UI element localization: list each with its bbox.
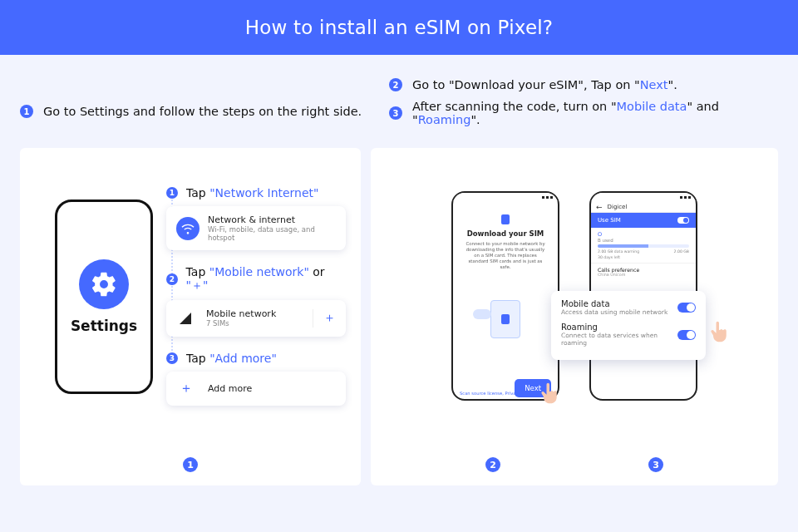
use-sim-toggle[interactable] [677,217,689,224]
substep-badge-2: 2 [166,273,178,285]
panel-number-2: 2 [485,457,500,472]
card-title: Mobile network [206,308,276,319]
step-badge-2: 2 [389,78,402,91]
panel-number-3: 3 [648,457,663,472]
gear-icon [79,259,129,309]
instruction-2: 2 Go to "Download your eSIM", Tap on "Ne… [389,78,778,91]
highlight-mobile-data: Mobile data [617,100,687,113]
add-more-card[interactable]: ＋ Add more [166,372,346,406]
instruction-1: 1 Go to Settings and follow the steps on… [20,105,369,118]
panel-steps-2-3: Download your SIM Connect to your mobile… [371,148,778,485]
substep-1: 1 Tap "Network Internet" Network & inter… [166,186,346,250]
calls-preference-row[interactable]: Calls preference China Unicom [591,263,696,280]
substep-3-text: Tap "Add more" [186,352,277,365]
substep-badge-1: 1 [166,187,178,199]
card-sub: Wi-Fi, mobile, data usage, and hotspot [208,225,336,242]
download-sim-phone: Download your SIM Connect to your mobile… [451,191,559,401]
substep-2-text: Tap "Mobile network" or "＋" [186,265,346,293]
instruction-2-text: Go to "Download your eSIM", Tap on "Next… [412,78,677,91]
wifi-icon [176,217,200,240]
header: How to install an eSIM on Pixel? [0,0,798,55]
settings-label: Settings [71,318,137,334]
plus-icon: ＋ [180,380,193,397]
card-sub: 7 SIMs [206,319,276,328]
roaming-row[interactable]: Roaming Connect to data services when ro… [561,323,696,347]
sim-icon [501,214,510,224]
sim-chip-icon [501,314,510,324]
data-used-sub: B used [591,238,696,244]
card-title: Network & internet [208,214,336,225]
step-badge-1: 1 [20,105,33,118]
add-network-plus-icon[interactable]: ＋ [313,309,336,328]
signal-icon [176,309,195,328]
cloud-icon [473,309,491,319]
panel-number-1: 1 [183,457,198,472]
back-arrow-icon[interactable]: ← [596,203,603,211]
mobile-data-popover: Mobile data Access data using mobile net… [551,291,706,360]
usage-bar: 2.00 GB data warning2.00 GB 30 days left [591,244,696,263]
mobile-network-card[interactable]: Mobile network 7 SIMs ＋ [166,300,346,336]
use-sim-row[interactable]: Use SIM [591,213,696,228]
download-sim-desc: Connect to your mobile network by downlo… [460,241,551,270]
panel-step-1: Settings 1 Tap "Network Internet" Networ… [20,148,361,485]
top-instructions: 1 Go to Settings and follow the steps on… [0,55,798,135]
instruction-3-text: After scanning the code, turn on "Mobile… [412,100,778,126]
substep-badge-3: 3 [166,352,178,364]
highlight-roaming: Roaming [418,113,471,126]
data-used-label: O [591,228,696,238]
mobile-data-toggle[interactable] [677,303,696,313]
mobile-data-row[interactable]: Mobile data Access data using mobile net… [561,299,696,316]
roaming-toggle[interactable] [677,330,696,340]
pointer-hand-icon [538,381,561,406]
pointer-hand-icon [707,319,731,344]
phone-topbar: ← Digicel [591,201,696,213]
card-title: Add more [208,383,252,394]
substep-3: 3 Tap "Add more" ＋ Add more [166,352,346,406]
substep-2: 2 Tap "Mobile network" or "＋" Mobile net… [166,265,346,336]
highlight-next: Next [640,78,668,91]
download-sim-title: Download your SIM [460,229,551,238]
page-title: How to install an eSIM on Pixel? [245,17,553,38]
instruction-3: 3 After scanning the code, turn on "Mobi… [389,100,778,126]
step-badge-3: 3 [389,106,402,120]
scan-frame [490,300,520,338]
network-internet-card[interactable]: Network & internet Wi-Fi, mobile, data u… [166,206,346,250]
carrier-name: Digicel [608,204,628,210]
settings-phone-illustration: Settings [55,200,153,394]
instruction-1-text: Go to Settings and follow the steps on t… [43,105,362,118]
substep-1-text: Tap "Network Internet" [186,186,319,200]
